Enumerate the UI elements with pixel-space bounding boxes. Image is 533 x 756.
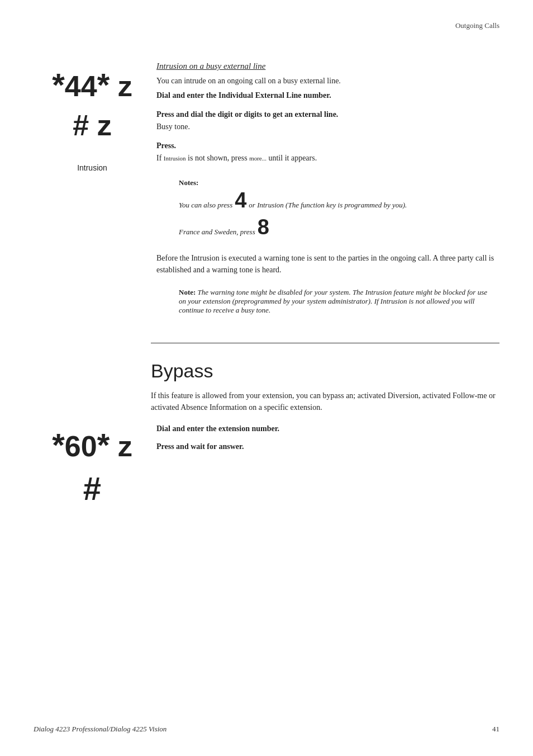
intrusion-layout: *44* z # z Intrusion Intrusion on a busy… xyxy=(34,62,499,326)
bypass-section: Bypass If this feature is allowed from y… xyxy=(34,360,499,507)
step-1: Dial and enter the Individual External L… xyxy=(156,91,499,100)
footer-page: 41 xyxy=(492,725,499,734)
note2-pre: France and Sweden, press xyxy=(179,228,255,237)
header-label: Outgoing Calls xyxy=(455,21,499,30)
intro-text: You can intrude on an ongoing call on a … xyxy=(156,77,499,86)
asterisk1: * xyxy=(52,67,65,103)
notes-title: Notes: xyxy=(179,178,198,187)
section-title: Intrusion on a busy external line xyxy=(156,62,499,71)
note1-number: 4 xyxy=(235,190,246,211)
note1-post: or Intrusion (The function key is progra… xyxy=(249,201,407,210)
step-2: Press and dial the digit or digits to ge… xyxy=(156,110,499,131)
section-divider xyxy=(151,343,499,343)
bypass-title: Bypass xyxy=(151,360,499,382)
note2-number: 8 xyxy=(258,216,269,238)
step-2-bold: Press and dial the digit or digits to ge… xyxy=(156,110,499,119)
bypass-right: Dial and enter the extension number. Pre… xyxy=(151,424,499,460)
bypass-left: *60* z # xyxy=(34,424,151,507)
bypass-step-2: Press and wait for answer. xyxy=(156,442,499,451)
step-1-bold: Dial and enter the Individual External L… xyxy=(156,91,499,100)
bypass-code-bottom: # xyxy=(83,470,101,507)
bypass-title-wrapper: Bypass If this feature is allowed from y… xyxy=(151,360,499,413)
note-italic-text: The warning tone might be disabled for y… xyxy=(179,288,487,314)
note1-pre: You can also press xyxy=(179,201,232,210)
main-content: *44* z # z Intrusion Intrusion on a busy… xyxy=(34,62,499,507)
bypass-step-1: Dial and enter the extension number. xyxy=(156,424,499,433)
note-bold-label: Note: xyxy=(179,288,196,296)
warning-paragraph: Before the Intrusion is executed a warni… xyxy=(156,252,499,276)
notes-box: Notes: You can also press 4 or Intrusion… xyxy=(168,173,499,245)
intrusion-label: Intrusion xyxy=(77,163,107,172)
bypass-code-top: *60* z xyxy=(52,427,132,463)
note-bordered: Note: The warning tone might be disabled… xyxy=(168,282,499,320)
bypass-step-1-bold: Dial and enter the extension number. xyxy=(156,424,499,433)
code-bottom: # z xyxy=(73,108,111,142)
step-2-normal: Busy tone. xyxy=(156,122,499,131)
notes-title-line: Notes: xyxy=(179,178,488,187)
note2-line: France and Sweden, press 8 xyxy=(179,216,488,238)
bypass-step-2-bold: Press and wait for answer. xyxy=(156,442,499,451)
note1-line: You can also press 4 or Intrusion (The f… xyxy=(179,190,488,211)
step-3: Press. If Intrusion is not shown, press … xyxy=(156,141,499,163)
page-header: Outgoing Calls xyxy=(455,21,499,30)
right-content: Intrusion on a busy external line You ca… xyxy=(151,62,499,326)
step-3-bold: Press. xyxy=(156,141,499,150)
bypass-codes-layout: *60* z # Dial and enter the extension nu… xyxy=(34,424,499,507)
page-footer: Dialog 4223 Professional/Dialog 4225 Vis… xyxy=(34,725,499,734)
footer-label: Dialog 4223 Professional/Dialog 4225 Vis… xyxy=(34,725,166,734)
bypass-intro: If this feature is allowed from your ext… xyxy=(151,390,499,413)
code-top: *44* z xyxy=(52,67,132,103)
left-codes: *44* z # z Intrusion xyxy=(34,62,151,172)
asterisk2: * xyxy=(97,67,110,103)
step-3-normal: If Intrusion is not shown, press more...… xyxy=(156,154,499,163)
